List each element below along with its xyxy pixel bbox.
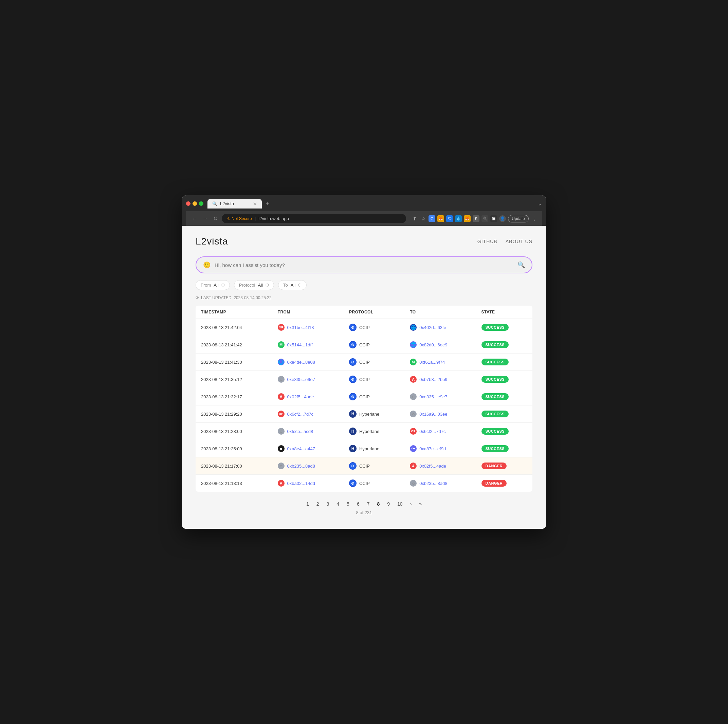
browser-actions: ⬆ ☆ G 🦊 🛡 💧 🦊 K 🔌 ▣ 👤 Update ⋮: [411, 214, 538, 223]
col-from: FROM: [272, 306, 344, 319]
table-row: 2023-08-13 21:41:30 🌐 0xe4de...8e08 ⊙ CC…: [196, 354, 532, 371]
forward-button[interactable]: →: [201, 215, 209, 222]
extension-reader[interactable]: ▣: [490, 215, 497, 222]
update-button[interactable]: Update: [508, 215, 529, 222]
protocol-filter[interactable]: Protocol All ⬡: [234, 280, 274, 290]
page-9[interactable]: 9: [384, 500, 393, 508]
page-8-current[interactable]: 8: [374, 500, 382, 508]
search-input[interactable]: [215, 262, 513, 268]
from-address-link[interactable]: 0x02f5...4ade: [287, 394, 314, 400]
page-content: L2vista GITHUB ABOUT US 🙂 🔍 From All ⬡ P…: [182, 226, 546, 529]
addr-icon: M: [278, 341, 284, 348]
share-button[interactable]: ⬆: [411, 214, 418, 223]
addr-icon: M: [410, 358, 417, 366]
from-address-link[interactable]: 0xa8e4...a447: [287, 446, 315, 451]
to-address-link[interactable]: 0x82d0...6ee9: [419, 342, 447, 347]
protocol-icon-ccip: ⊙: [349, 462, 356, 470]
page-6[interactable]: 6: [354, 500, 362, 508]
last-updated-text: LAST UPDATED: 2023-08-14 00:25:22: [201, 295, 272, 300]
cell-from: ○ 0xb235...8ad8: [272, 458, 344, 475]
bookmark-button[interactable]: ☆: [420, 214, 427, 223]
search-button[interactable]: 🔍: [517, 261, 525, 269]
page-2[interactable]: 2: [314, 500, 322, 508]
cell-from: A 0xba02...14dd: [272, 475, 344, 492]
from-address-link[interactable]: 0xfccb...acd8: [287, 429, 314, 434]
addr-icon: A: [410, 462, 417, 469]
page-1[interactable]: 1: [304, 500, 312, 508]
from-address-link[interactable]: 0x6cf2...7d7c: [287, 412, 314, 417]
page-4[interactable]: 4: [334, 500, 342, 508]
back-button[interactable]: ←: [190, 215, 198, 222]
extension-google[interactable]: G: [428, 215, 435, 222]
to-address-link[interactable]: 0xb235...8ad8: [419, 481, 447, 486]
page-next[interactable]: ›: [407, 500, 414, 508]
table-row: 2023-08-13 21:29:20 OP 0x6cf2...7d7c H H…: [196, 406, 532, 423]
cell-to: ○ 0xe335...e9e7: [404, 388, 476, 406]
from-address-link[interactable]: 0xe335...e9e7: [287, 377, 315, 382]
addr-icon: OP: [278, 324, 284, 331]
filters-row: From All ⬡ Protocol All ⬡ To All ⬡: [196, 280, 532, 290]
to-filter-arrow: ⬡: [298, 283, 301, 287]
more-button[interactable]: ⋮: [531, 214, 538, 223]
page-3[interactable]: 3: [324, 500, 332, 508]
to-address-link[interactable]: 0x16a9...03ee: [419, 412, 447, 417]
profile-avatar[interactable]: 👤: [499, 215, 506, 222]
active-tab[interactable]: 🔍 L2vista ✕: [208, 199, 262, 208]
page-5[interactable]: 5: [344, 500, 352, 508]
state-badge: DANGER: [482, 462, 507, 469]
extension-k[interactable]: K: [473, 215, 479, 222]
extension-drop[interactable]: 💧: [455, 215, 462, 222]
from-address-link[interactable]: 0x31be...4f18: [287, 325, 314, 330]
from-address-link[interactable]: 0x5144...1dff: [287, 342, 313, 347]
about-link[interactable]: ABOUT US: [506, 239, 532, 244]
state-badge: SUCCESS: [482, 324, 509, 331]
minimize-button[interactable]: [193, 201, 197, 206]
cell-to: 🌐 0x402d...63fe: [404, 319, 476, 336]
page-10[interactable]: 10: [395, 500, 405, 508]
to-address-link[interactable]: 0xa87c...ef9d: [419, 446, 446, 451]
reload-button[interactable]: ↻: [212, 214, 219, 222]
from-address-link[interactable]: 0xe4de...8e08: [287, 360, 315, 365]
to-address-link[interactable]: 0xf61a...9f74: [419, 360, 445, 365]
cell-state: SUCCESS: [476, 388, 533, 406]
col-to: TO: [404, 306, 476, 319]
url-bar[interactable]: ⚠ Not Secure | l2vista.web.app: [222, 214, 406, 223]
maximize-button[interactable]: [199, 201, 203, 206]
cell-to: OP 0x6cf2...7d7c: [404, 423, 476, 440]
to-address-link[interactable]: 0xe335...e9e7: [419, 394, 447, 400]
col-state: STATE: [476, 306, 533, 319]
tab-close-icon[interactable]: ✕: [253, 201, 257, 207]
url-text: l2vista.web.app: [258, 216, 289, 221]
new-tab-button[interactable]: +: [263, 199, 272, 208]
to-address-link[interactable]: 0x6cf2...7d7c: [419, 429, 445, 434]
github-link[interactable]: GITHUB: [477, 239, 497, 244]
from-address-link[interactable]: 0xba02...14dd: [287, 481, 315, 486]
to-address-link[interactable]: 0x402d...63fe: [419, 325, 446, 330]
traffic-lights: [186, 201, 203, 206]
tab-bar: 🔍 L2vista ✕ + ⌄: [208, 199, 542, 208]
cell-to: ○ 0xb235...8ad8: [404, 475, 476, 492]
extension-shield[interactable]: 🛡: [446, 215, 453, 222]
table-row: 2023-08-13 21:35:12 ○ 0xe335...e9e7 ⊙ CC…: [196, 371, 532, 388]
tab-expand-icon[interactable]: ⌄: [538, 201, 542, 207]
cell-timestamp: 2023-08-13 21:42:04: [196, 319, 272, 336]
from-address-link[interactable]: 0xb235...8ad8: [287, 464, 315, 468]
cell-protocol: ⊙ CCIP: [344, 354, 404, 371]
protocol-name: CCIP: [359, 377, 370, 382]
to-address-link[interactable]: 0xb7b8...2bb9: [419, 377, 447, 382]
extension-puzzle[interactable]: 🔌: [482, 215, 488, 222]
cell-timestamp: 2023-08-13 21:41:30: [196, 354, 272, 371]
to-filter-label: To: [283, 283, 288, 288]
extension-metamask[interactable]: 🦊: [437, 215, 444, 222]
extension-fox[interactable]: 🦊: [464, 215, 471, 222]
to-filter[interactable]: To All ⬡: [278, 280, 307, 290]
protocol-name: CCIP: [359, 325, 370, 330]
to-address-link[interactable]: 0x02f5...4ade: [419, 464, 446, 468]
from-filter[interactable]: From All ⬡: [196, 280, 230, 290]
close-button[interactable]: [186, 201, 191, 206]
page-last[interactable]: »: [416, 500, 424, 508]
tab-title: L2vista: [220, 201, 234, 206]
page-7[interactable]: 7: [364, 500, 373, 508]
pagination: 1 2 3 4 5 6 7 8 9 10 › » 8 of 231: [196, 500, 532, 515]
cell-protocol: H Hyperlane: [344, 440, 404, 458]
